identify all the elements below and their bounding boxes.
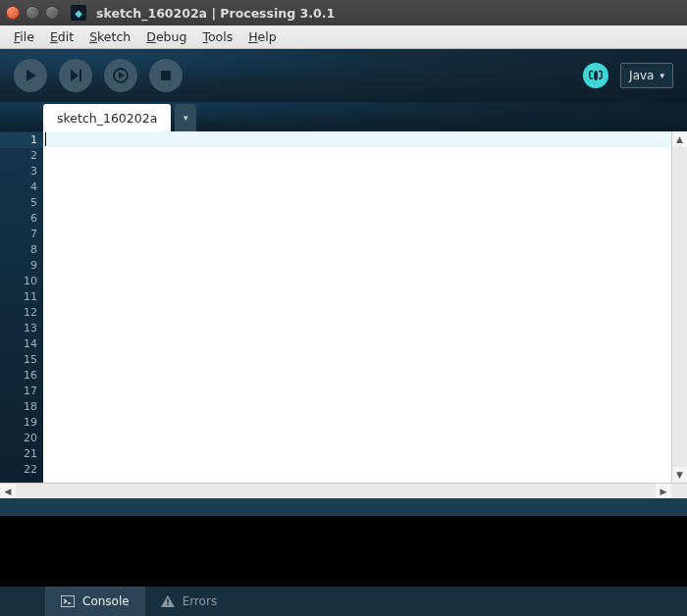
tab-bar: sketch_160202a ▾ [0, 102, 687, 131]
line-number: 20 [0, 431, 37, 446]
sketch-tab[interactable]: sketch_160202a [43, 104, 171, 131]
line-number: 11 [0, 289, 37, 305]
toolbar: Java ▾ [0, 49, 687, 102]
debug-butterfly-icon [588, 68, 604, 83]
line-number: 18 [0, 399, 37, 415]
svg-point-6 [594, 71, 598, 80]
app-window: ◆ sketch_160202a | Processing 3.0.1 File… [0, 0, 687, 616]
line-number: 7 [0, 227, 37, 242]
menu-tools[interactable]: Tools [194, 27, 240, 46]
line-gutter: 12345678910111213141516171819202122 [0, 131, 43, 483]
scroll-corner [671, 484, 687, 498]
app-icon: ◆ [71, 5, 86, 21]
line-number: 9 [0, 258, 37, 274]
svg-marker-0 [26, 70, 36, 81]
hscroll-track[interactable] [16, 484, 656, 498]
present-icon [69, 69, 82, 82]
line-number: 22 [0, 462, 37, 478]
svg-marker-4 [119, 73, 125, 79]
line-number: 12 [0, 305, 37, 321]
debug-toggle-button[interactable] [583, 63, 608, 88]
console-tab[interactable]: Console [45, 587, 145, 616]
stop-icon [160, 70, 172, 81]
errors-tab[interactable]: Errors [145, 587, 234, 616]
line-number: 3 [0, 164, 37, 180]
status-strip [0, 498, 687, 516]
debug-run-icon [113, 68, 129, 83]
svg-rect-7 [61, 595, 75, 607]
line-number: 13 [0, 321, 37, 336]
line-number: 4 [0, 180, 37, 195]
scroll-right-icon[interactable]: ▶ [656, 484, 671, 498]
run-icon [24, 69, 37, 82]
menu-edit[interactable]: Edit [42, 27, 81, 46]
vscroll-track[interactable] [672, 147, 687, 467]
run-button[interactable] [14, 59, 47, 92]
line-number: 21 [0, 446, 37, 462]
line-number: 8 [0, 242, 37, 258]
active-line-highlight [43, 131, 671, 147]
line-number: 1 [0, 132, 43, 148]
svg-rect-2 [79, 70, 81, 81]
vertical-scrollbar[interactable]: ▲ ▼ [671, 131, 687, 483]
stop-button[interactable] [149, 59, 183, 92]
menu-help[interactable]: Help [240, 27, 285, 46]
console-output[interactable] [0, 516, 687, 587]
chevron-down-icon: ▾ [660, 71, 664, 80]
svg-rect-5 [161, 71, 171, 80]
scroll-down-icon[interactable]: ▼ [672, 467, 687, 483]
minimize-icon[interactable] [26, 6, 39, 20]
code-editor[interactable] [43, 131, 671, 483]
sketch-tab-label: sketch_160202a [57, 111, 157, 126]
line-number: 6 [0, 211, 37, 227]
horizontal-scrollbar[interactable]: ◀ ▶ [0, 483, 687, 498]
titlebar[interactable]: ◆ sketch_160202a | Processing 3.0.1 [0, 0, 687, 26]
line-number: 10 [0, 274, 37, 289]
close-icon[interactable] [6, 6, 20, 20]
errors-tab-label: Errors [183, 594, 218, 608]
line-number: 19 [0, 415, 37, 431]
maximize-icon[interactable] [45, 6, 59, 20]
step-button[interactable] [59, 59, 92, 92]
line-number: 5 [0, 195, 37, 211]
bottom-tab-bar: Console Errors [0, 587, 687, 616]
tab-dropdown-button[interactable]: ▾ [175, 104, 196, 131]
line-number: 14 [0, 336, 37, 352]
debug-run-button[interactable] [104, 59, 137, 92]
window-title: sketch_160202a | Processing 3.0.1 [96, 6, 335, 21]
line-number: 17 [0, 384, 37, 399]
text-cursor [45, 132, 46, 146]
console-icon [61, 595, 75, 607]
scroll-left-icon[interactable]: ◀ [0, 484, 16, 498]
menu-debug[interactable]: Debug [138, 27, 194, 46]
warning-icon [161, 595, 175, 607]
svg-rect-10 [167, 599, 169, 603]
editor-area: 12345678910111213141516171819202122 ▲ ▼ … [0, 131, 687, 516]
line-number: 2 [0, 148, 37, 164]
line-number: 16 [0, 368, 37, 384]
chevron-down-icon: ▾ [184, 113, 188, 123]
mode-selector[interactable]: Java ▾ [620, 63, 673, 88]
menu-file[interactable]: File [6, 27, 42, 46]
menu-sketch[interactable]: Sketch [81, 27, 138, 46]
svg-marker-1 [71, 70, 79, 81]
mode-label: Java [629, 69, 654, 82]
svg-rect-11 [167, 604, 169, 606]
line-number: 15 [0, 352, 37, 368]
console-tab-label: Console [82, 594, 130, 608]
scroll-up-icon[interactable]: ▲ [672, 131, 687, 147]
menubar: File Edit Sketch Debug Tools Help [0, 26, 687, 49]
